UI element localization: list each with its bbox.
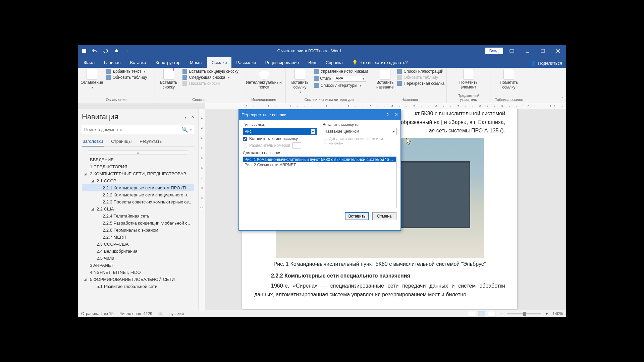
cancel-button[interactable]: Отмена bbox=[372, 212, 396, 220]
caret-icon[interactable]: ◢ bbox=[84, 172, 87, 176]
bibliography-button[interactable]: Список литературы bbox=[314, 83, 368, 88]
smart-lookup-button[interactable]: Интеллектуальный поиск bbox=[246, 69, 282, 90]
qat-more-icon[interactable] bbox=[124, 48, 130, 54]
caret-icon[interactable]: ◢ bbox=[91, 207, 94, 211]
dialog-help-icon[interactable]: ? bbox=[386, 112, 388, 117]
nav-collapse-all[interactable]: ▲ bbox=[88, 150, 188, 155]
tree-item[interactable]: 4 NSFNET, BITNET, FIDO bbox=[82, 269, 194, 276]
search-input[interactable] bbox=[84, 127, 181, 132]
citation-style-select[interactable]: APA bbox=[334, 75, 366, 82]
tree-item[interactable]: 3 ARPANET bbox=[82, 262, 194, 269]
tab-design[interactable]: Конструктор bbox=[151, 57, 185, 68]
nav-search[interactable]: 🔍 bbox=[82, 125, 194, 134]
dialog-close-icon[interactable]: × bbox=[395, 112, 398, 118]
tree-item[interactable]: 2.2.1 Компьютерные сети систем ПРО (ПВО) bbox=[82, 184, 194, 191]
nav-tab-results[interactable]: Результаты bbox=[139, 137, 163, 146]
tab-references[interactable]: Ссылки bbox=[207, 57, 232, 68]
tree-item[interactable]: 2.5 Чили bbox=[82, 255, 194, 262]
tab-home[interactable]: Главная bbox=[99, 57, 125, 68]
tree-item[interactable]: 5.1 Развитие глобальной сети bbox=[82, 283, 194, 290]
update-toc-button[interactable]: Обновить таблицу bbox=[106, 75, 147, 80]
next-footnote-button[interactable]: Следующая сноска bbox=[182, 75, 238, 80]
tell-me[interactable]: 💡 Что вы хотите сделать? bbox=[347, 57, 413, 68]
tree-item[interactable]: ◢2 КОМПЬЮТЕРНЫЕ СЕТИ, ПРЕДШЕСТВОВАВШИЕ..… bbox=[82, 170, 194, 177]
tab-insert[interactable]: Вставка bbox=[125, 57, 151, 68]
search-icon[interactable]: 🔍 bbox=[181, 126, 188, 133]
share-button[interactable]: 👤 Поделиться bbox=[527, 59, 566, 68]
tree-item[interactable]: 1 ПРЕДЫСТОРИЯ bbox=[82, 163, 194, 170]
print-layout-icon[interactable] bbox=[478, 311, 485, 316]
tab-layout[interactable]: Макет bbox=[185, 57, 207, 68]
status-language[interactable]: русский bbox=[169, 311, 184, 316]
svg-rect-0 bbox=[510, 50, 514, 52]
tree-item[interactable]: ◢2.1 СССР bbox=[82, 177, 194, 184]
insert-reference-select[interactable]: Название целиком▾ bbox=[323, 128, 396, 135]
tab-help[interactable]: Справка bbox=[321, 57, 347, 68]
search-options-icon[interactable] bbox=[190, 126, 192, 132]
zoom-level[interactable]: 140% bbox=[552, 311, 563, 316]
tree-item[interactable]: 2.4 Великобритания bbox=[82, 248, 194, 255]
tree-item[interactable]: 2.2.7 MERIT bbox=[82, 234, 194, 241]
read-mode-icon[interactable] bbox=[468, 311, 475, 316]
tree-item[interactable]: 2.2.6 Терминалы с экраном bbox=[82, 227, 194, 234]
zoom-slider[interactable] bbox=[507, 313, 541, 314]
tab-file[interactable]: Файл bbox=[79, 57, 99, 68]
status-page[interactable]: Страница 4 из 15 bbox=[81, 311, 114, 316]
web-layout-icon[interactable] bbox=[488, 311, 495, 316]
tree-item[interactable]: 2.2.3 Проекты советских компьютерных се.… bbox=[82, 198, 194, 205]
tab-view[interactable]: Вид bbox=[304, 57, 321, 68]
minimize-icon[interactable] bbox=[521, 46, 534, 56]
ruler-vertical[interactable]: 12345678910 bbox=[199, 109, 205, 310]
titlebar: С чистого листа ГОСТ.docx - Word Вход bbox=[78, 45, 566, 57]
collapse-ribbon-icon[interactable]: ˄ bbox=[561, 96, 564, 102]
tab-mailings[interactable]: Рассылки bbox=[231, 57, 260, 68]
reference-type-select[interactable]: Рис.▾ bbox=[243, 128, 317, 135]
ribbon-display-icon[interactable] bbox=[505, 46, 519, 56]
save-icon[interactable] bbox=[81, 48, 87, 54]
insert-caption-button[interactable]: Вставить название bbox=[376, 69, 394, 90]
list-item[interactable]: Рис. 1 Командно-вычислительный пункт 5К8… bbox=[243, 157, 396, 162]
hyperlink-checkbox[interactable]: Вставить как гиперссылку bbox=[243, 136, 317, 141]
mark-index-entry-button[interactable]: Пометить элемент bbox=[458, 69, 479, 90]
tree-item[interactable]: 2.3 СССР–США bbox=[82, 241, 194, 248]
manage-sources-icon bbox=[314, 69, 319, 74]
redo-icon[interactable] bbox=[103, 48, 109, 54]
zoom-out-icon[interactable]: − bbox=[498, 311, 504, 316]
ruler-horizontal[interactable]: 3 · · 2 · · 1 · · · · 1 · · 2 · · 3 · · … bbox=[205, 103, 566, 109]
nav-tab-headings[interactable]: Заголовки bbox=[82, 137, 104, 146]
document-area[interactable]: 12345678910 кт 5К80 с вычислительной сис… bbox=[199, 109, 566, 310]
tree-item[interactable]: ◢2.2 США bbox=[82, 205, 194, 213]
insert-endnote-button[interactable]: Вставить концевую сноску bbox=[182, 69, 238, 74]
nav-close-icon[interactable]: × bbox=[191, 114, 194, 120]
caret-icon[interactable]: ◢ bbox=[84, 278, 87, 281]
tree-item[interactable]: 2.2.2 Компьютерные сети специального на.… bbox=[82, 191, 194, 198]
nav-menu-icon[interactable] bbox=[184, 114, 186, 120]
doc-paragraph: 1960-е, «Сирена» — специализированные се… bbox=[254, 282, 505, 299]
manage-sources-button[interactable]: Управление источниками bbox=[314, 69, 368, 74]
touch-icon[interactable] bbox=[113, 48, 119, 54]
tree-item[interactable]: ◢5 ФОРМИРОВАНИЕ ГЛОБАЛЬНОЙ СЕТИ bbox=[82, 276, 194, 283]
mark-citation-button[interactable]: Пометить ссылку bbox=[498, 69, 520, 90]
tree-item[interactable]: ВВЕДЕНИЕ bbox=[82, 156, 194, 163]
list-item[interactable]: Рис. 2 Схема сети ARPNET bbox=[243, 162, 396, 168]
tree-item[interactable]: 2.2.4 Телетайпная сеть bbox=[82, 213, 194, 220]
nav-tab-pages[interactable]: Страницы bbox=[110, 137, 132, 146]
tree-item[interactable]: 2.2.5 Разработка концепции глобальной се… bbox=[82, 220, 194, 227]
spellcheck-icon[interactable]: 📖 bbox=[158, 311, 163, 316]
login-button[interactable]: Вход bbox=[485, 48, 503, 54]
add-text-button[interactable]: Добавить текст bbox=[106, 69, 147, 74]
tab-review[interactable]: Рецензирование bbox=[261, 57, 304, 68]
maximize-icon[interactable] bbox=[536, 46, 549, 56]
zoom-in-icon[interactable]: + bbox=[543, 311, 550, 316]
status-words[interactable]: Число слов: 4129 bbox=[120, 311, 152, 316]
insert-citation-button[interactable]: Вставить ссылку bbox=[289, 69, 311, 94]
list-of-figures-button[interactable]: Список иллюстраций bbox=[397, 69, 445, 74]
close-icon[interactable] bbox=[551, 46, 565, 56]
cross-reference-button[interactable]: Перекрестная ссылка bbox=[397, 81, 445, 86]
caret-icon[interactable]: ◢ bbox=[91, 179, 94, 183]
toc-button[interactable]: Оглавление bbox=[81, 69, 103, 90]
insert-button[interactable]: Вставить bbox=[345, 212, 369, 220]
insert-footnote-button[interactable]: 1Вставить сноску bbox=[158, 69, 179, 90]
undo-icon[interactable] bbox=[92, 48, 98, 54]
caption-list[interactable]: Рис. 1 Командно-вычислительный пункт 5К8… bbox=[243, 157, 396, 208]
